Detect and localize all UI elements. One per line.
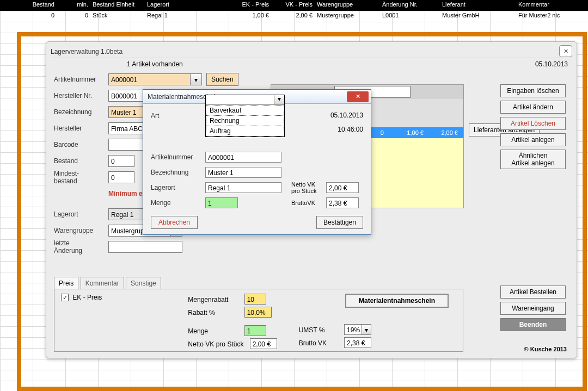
- menge-label: Menge: [188, 327, 242, 335]
- sheet-header: Bestandmin. Bestand EinheitLagerort EK -…: [0, 0, 588, 11]
- label-bezeichnung: Bezeichnung: [54, 108, 108, 116]
- rabatt-field[interactable]: 10,0%: [244, 307, 272, 318]
- dialog-lager-field[interactable]: Regal 1: [205, 182, 281, 193]
- art-option-barverkauf[interactable]: Barverkauf: [206, 105, 284, 116]
- tab-strip: Preis Kommentar Sonstige: [54, 277, 463, 289]
- art-option-rechnung[interactable]: Rechnung: [206, 116, 284, 126]
- mengenrabatt-label: Mengenrabatt: [188, 296, 242, 303]
- umst-combo[interactable]: 19%: [344, 324, 371, 335]
- dialog-lager-label: Lagerort: [151, 184, 205, 191]
- art-option-auftrag[interactable]: Auftrag: [206, 126, 284, 136]
- dialog-cancel-button[interactable]: Abbrechen: [151, 216, 198, 229]
- label-letzte: letzte Änderung: [54, 239, 108, 255]
- label-mindest: Mindest- bestand: [54, 170, 108, 185]
- aehnlichen-artikel-button[interactable]: Ähnlichen Artikel anlegen: [500, 150, 566, 169]
- materialentnahmeschein-button[interactable]: Materialentnahmeschein: [345, 294, 449, 308]
- bruttovk-label: Brutto VK: [299, 339, 342, 347]
- menge-field[interactable]: 1: [244, 325, 266, 336]
- umst-label: UMST %: [299, 326, 342, 334]
- nettovk-field[interactable]: 2,00 €: [250, 338, 277, 349]
- dialog-bez-field[interactable]: Muster 1: [205, 167, 281, 178]
- dialog-time: 10:46:00: [338, 126, 363, 133]
- rabatt-label: Rabatt %: [188, 309, 242, 316]
- suchen-button[interactable]: Suchen: [206, 73, 238, 86]
- letzte-aenderung-field[interactable]: [108, 241, 182, 253]
- wareneingang-button[interactable]: Wareneingang: [500, 302, 566, 315]
- dialog-menge-field[interactable]: 1: [205, 197, 238, 208]
- tab-sonstige[interactable]: Sonstige: [126, 277, 161, 289]
- tab-preis[interactable]: Preis: [54, 277, 78, 289]
- dialog-confirm-button[interactable]: Bestättigen: [316, 216, 363, 229]
- artikel-anlegen-button[interactable]: Artikel anlegen: [500, 133, 566, 146]
- label-bestand: Bestand: [54, 157, 108, 165]
- material-dialog: Materialentnahmeschein ✕ 05.10.2013 10:4…: [143, 89, 371, 235]
- side-buttons-bottom: Artikel Bestellen Wareneingang Beenden: [500, 286, 569, 331]
- bestand-field[interactable]: 0: [108, 155, 134, 167]
- mindestbestand-field[interactable]: 0: [108, 171, 134, 183]
- nettovk-label: Netto VK pro Stück: [188, 340, 248, 348]
- status-text: 1 Artikel vorhanden: [127, 59, 183, 69]
- side-buttons: Eingaben löschen Artikel ändern Artikel …: [500, 84, 569, 169]
- mengenrabatt-field[interactable]: 10: [244, 294, 266, 305]
- artikel-aendern-button[interactable]: Artikel ändern: [500, 101, 566, 114]
- app-title: Lagerverwaltung 1.0beta: [51, 45, 122, 58]
- label-artikelnummer: Artikelnummer: [54, 76, 108, 83]
- dialog-menge-label: Menge: [151, 199, 205, 207]
- beenden-button[interactable]: Beenden: [500, 318, 566, 331]
- artikel-loeschen-button[interactable]: Artikel Löschen: [500, 117, 566, 130]
- dialog-brutto-field[interactable]: 2,38 €: [326, 197, 359, 208]
- app-date: 05.10.2013: [535, 59, 568, 69]
- label-lagerort: Lagerort: [54, 210, 108, 218]
- dialog-bez-label: Bezeichnung: [151, 169, 205, 176]
- art-label: Art: [151, 112, 205, 120]
- dialog-artnr-field[interactable]: A000001: [205, 152, 281, 163]
- artikel-bestellen-button[interactable]: Artikel Bestellen: [500, 286, 566, 299]
- titlebar: Lagerverwaltung 1.0beta ✕: [51, 45, 572, 58]
- dialog-artnr-label: Artikelnummer: [151, 153, 205, 161]
- label-hersteller-nr: Hersteller Nr.: [54, 92, 108, 100]
- artikelnummer-combo[interactable]: A000001: [108, 73, 202, 85]
- dialog-netto-label: Netto VK pro Stück: [291, 181, 326, 194]
- label-warengruppe: Warengruppe: [54, 227, 108, 234]
- copyright: © Kusche 2013: [524, 346, 567, 352]
- preis-panel: ✓ EK - Preis Mengenrabatt 10 Rabatt % 10…: [54, 289, 463, 352]
- tab-kommentar[interactable]: Kommentar: [81, 277, 124, 289]
- eingaben-loeschen-button[interactable]: Eingaben löschen: [500, 84, 566, 97]
- ek-preis-label: EK - Preis: [72, 294, 102, 301]
- label-barcode: Barcode: [54, 141, 108, 148]
- dialog-brutto-label: BruttoVK: [291, 200, 326, 206]
- label-hersteller: Hersteller: [54, 125, 108, 132]
- bruttovk-field[interactable]: 2,38 €: [344, 337, 371, 348]
- ek-preis-checkbox[interactable]: ✓: [61, 294, 69, 301]
- dialog-close-button[interactable]: ✕: [347, 91, 369, 102]
- window-close-button[interactable]: ✕: [559, 45, 572, 57]
- art-dropdown[interactable]: Barverkauf Rechnung Auftrag: [205, 95, 285, 137]
- sheet-row: 00 StückRegal 1 1,00 €2,00 € Mustergrupp…: [0, 11, 588, 22]
- dialog-date: 05.10.2013: [330, 111, 363, 119]
- dialog-netto-field[interactable]: 2,00 €: [326, 182, 359, 193]
